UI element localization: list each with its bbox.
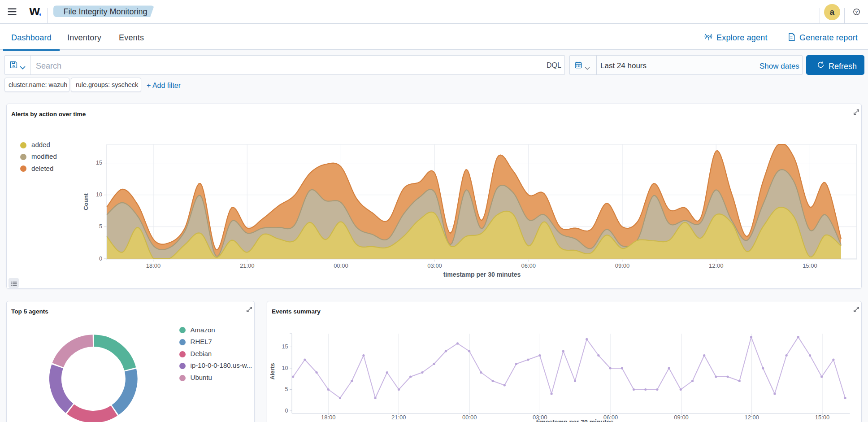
svg-text:5: 5 [285,386,288,392]
svg-text:21:00: 21:00 [391,414,406,421]
svg-text:00:00: 00:00 [334,262,348,269]
svg-text:21:00: 21:00 [240,262,255,269]
svg-text:15:00: 15:00 [803,262,817,269]
svg-text:18:00: 18:00 [146,262,161,269]
svg-text:09:00: 09:00 [674,414,689,421]
svg-text:5: 5 [99,223,102,230]
svg-text:timestamp per 30 minutes: timestamp per 30 minutes [443,271,521,278]
svg-text:12:00: 12:00 [744,414,759,421]
svg-text:12:00: 12:00 [709,262,724,269]
svg-text:18:00: 18:00 [321,414,336,421]
svg-text:timestamp per 30 minutes: timestamp per 30 minutes [536,418,614,422]
svg-text:Count: Count [82,193,89,210]
svg-text:10: 10 [282,365,288,371]
svg-text:15: 15 [96,160,102,166]
svg-text:Alerts: Alerts [269,363,276,380]
svg-text:00:00: 00:00 [462,414,477,421]
svg-text:15:00: 15:00 [815,414,830,421]
svg-text:0: 0 [285,408,288,414]
svg-text:10: 10 [96,191,102,198]
svg-text:15: 15 [282,344,288,350]
svg-text:03:00: 03:00 [427,262,442,269]
svg-text:0: 0 [99,256,102,262]
svg-text:09:00: 09:00 [615,262,630,269]
svg-text:?: ? [855,9,858,14]
svg-text:06:00: 06:00 [521,262,536,269]
